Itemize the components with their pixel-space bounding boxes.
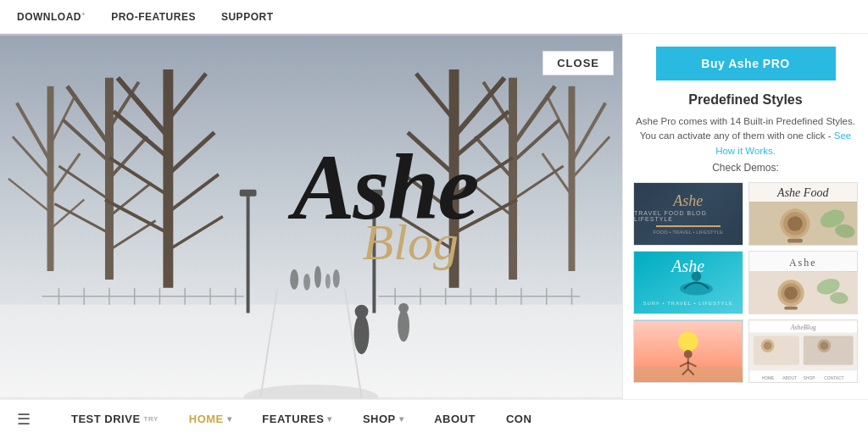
demo-landscape-svg [634, 320, 743, 383]
demo-minimal-title: Ashe [749, 252, 858, 271]
test-drive-sup: TRY [144, 415, 159, 423]
nav-contact[interactable]: CON [491, 400, 547, 438]
nav-support[interactable]: SUPPORT [221, 11, 274, 23]
svg-rect-52 [365, 190, 382, 197]
svg-text:AsheBlog: AsheBlog [789, 323, 815, 330]
nav-pro-features[interactable]: PRO-FEATURES [111, 11, 196, 23]
hero-section: Ashe Blog CLOSE [0, 34, 622, 399]
svg-point-77 [355, 305, 369, 319]
svg-point-79 [398, 303, 409, 313]
svg-point-74 [326, 274, 331, 289]
svg-rect-109 [753, 335, 798, 364]
close-button[interactable]: CLOSE [542, 51, 614, 75]
home-caret: ▾ [227, 414, 232, 424]
svg-point-114 [820, 341, 828, 350]
svg-point-112 [763, 341, 771, 350]
nav-home[interactable]: HOME ▾ [174, 400, 248, 438]
demo-dark-divider [656, 225, 721, 227]
demo-teal-tags: SURF • TRAVEL • LIFESTYLE [634, 293, 743, 308]
svg-rect-94 [784, 306, 798, 309]
buy-ashe-button[interactable]: Buy Ashe PRO [656, 47, 836, 80]
demo-dark-title: Ashe [673, 192, 703, 210]
svg-point-83 [787, 216, 803, 231]
demo-teal-inner: Ashe SURF • TRAVEL • LIFESTYLE [634, 252, 743, 313]
nav-features[interactable]: FEATURES ▾ [247, 400, 348, 438]
predefined-description: Ashe Pro comes with 14 Built-in Predefin… [633, 114, 858, 158]
demo-food-image [749, 202, 858, 246]
svg-point-72 [303, 274, 310, 291]
demo-dark-subtitle: TRAVEL FOOD BLOG LIFESTYLE [634, 210, 743, 222]
demo-minimal[interactable]: Ashe [748, 251, 859, 314]
svg-point-75 [333, 269, 340, 288]
hero-scene-svg [0, 34, 622, 399]
hamburger-menu[interactable]: ☰ [17, 410, 31, 429]
svg-text:HOME: HOME [761, 376, 774, 380]
demo-teal[interactable]: Ashe SURF • TRAVEL • LIFESTYLE [633, 251, 743, 314]
nav-download[interactable]: DOWNLOAD+ [17, 10, 86, 23]
svg-point-78 [398, 310, 409, 342]
demo-dark[interactable]: Ashe TRAVEL FOOD BLOG LIFESTYLE FOOD • T… [633, 182, 743, 246]
check-demos-label: Check Demos: [633, 162, 858, 174]
hero-background: Ashe Blog CLOSE [0, 34, 622, 399]
svg-text:ABOUT: ABOUT [782, 376, 797, 380]
download-sup: + [81, 10, 86, 18]
nav-about[interactable]: ABOUT [419, 400, 491, 438]
svg-point-76 [354, 314, 370, 355]
right-panel: Buy Ashe PRO Predefined Styles Ashe Pro … [622, 34, 868, 399]
demo-dark-tagline: FOOD • TRAVEL • LIFESTYLE [654, 230, 723, 235]
svg-point-100 [684, 350, 693, 358]
predefined-styles-title: Predefined Styles [633, 92, 858, 108]
demo-blog[interactable]: AsheBlog HOME ABOUT SHOP CONTACT [748, 319, 859, 383]
main-area: Ashe Blog CLOSE Buy Ashe PRO Predefined … [0, 34, 868, 399]
bottom-navigation: ☰ TEST DRIVETRY HOME ▾ FEATURES ▾ SHOP ▾… [0, 399, 868, 438]
features-caret: ▾ [327, 414, 332, 424]
svg-rect-1 [0, 305, 622, 397]
svg-point-93 [784, 286, 798, 300]
top-navigation: DOWNLOAD+ PRO-FEATURES SUPPORT [0, 0, 868, 34]
demo-landscape[interactable] [633, 319, 743, 383]
nav-shop[interactable]: SHOP ▾ [348, 400, 419, 438]
nav-test-drive[interactable]: TEST DRIVETRY [56, 400, 174, 438]
svg-point-73 [314, 266, 321, 288]
demo-food-title: Ashe Food [749, 183, 858, 202]
svg-point-98 [678, 331, 698, 352]
demo-minimal-image [749, 271, 858, 313]
svg-text:CONTACT: CONTACT [824, 376, 843, 380]
svg-rect-50 [240, 190, 257, 197]
shop-caret: ▾ [399, 414, 404, 424]
svg-rect-84 [787, 238, 803, 242]
demo-dark-inner: Ashe TRAVEL FOOD BLOG LIFESTYLE FOOD • T… [634, 183, 743, 245]
demo-food[interactable]: Ashe Food [748, 182, 859, 246]
demo-teal-title: Ashe [634, 257, 743, 276]
demo-grid: Ashe TRAVEL FOOD BLOG LIFESTYLE FOOD • T… [633, 182, 858, 383]
svg-point-71 [290, 269, 298, 290]
demo-blog-svg: AsheBlog HOME ABOUT SHOP CONTACT [749, 320, 858, 383]
svg-text:SHOP: SHOP [803, 376, 815, 380]
